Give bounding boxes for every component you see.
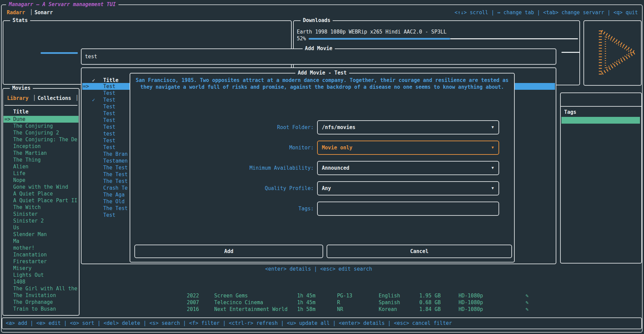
field-label: Root Folder: bbox=[135, 120, 314, 134]
movie-year: 2007 bbox=[187, 299, 199, 306]
field-label: Tags: bbox=[135, 202, 314, 216]
movie-runtime: 1h 45m bbox=[297, 299, 315, 306]
selected-tag-row[interactable] bbox=[561, 117, 640, 124]
edit-icon[interactable]: ✎ bbox=[526, 292, 529, 299]
field-label: Minimum Availability: bbox=[135, 161, 314, 175]
movie-list-item[interactable]: Sinister bbox=[3, 211, 79, 217]
field-select-box[interactable]: /nfs/movies ▼ bbox=[317, 120, 499, 134]
cursor-marker: => bbox=[4, 116, 10, 123]
edit-icon[interactable]: ✎ bbox=[526, 299, 529, 306]
movie-list-item[interactable]: The Orphanage bbox=[3, 299, 79, 306]
result-title: Test bbox=[103, 124, 115, 130]
movie-title: The Thing bbox=[13, 156, 41, 163]
tab-sonarr[interactable]: Sonarr bbox=[35, 9, 53, 16]
movie-list-item[interactable]: The Martian bbox=[3, 150, 79, 156]
movie-size: 0.68 GB bbox=[419, 299, 441, 306]
movie-title: The Conjuring 2 bbox=[13, 129, 59, 136]
form-field[interactable]: Minimum Availability: Announced ▼ bbox=[130, 161, 514, 181]
movie-title: Ma bbox=[13, 238, 19, 245]
movie-list-item[interactable]: A Quiet Place Part II bbox=[3, 197, 79, 204]
movie-list-item[interactable]: Nope bbox=[3, 177, 79, 184]
movie-list-item[interactable]: Us bbox=[3, 224, 79, 231]
movie-list-item[interactable]: Ma bbox=[3, 238, 79, 245]
movie-list-item[interactable]: The Girl with All the bbox=[3, 285, 79, 292]
movie-certification: NR bbox=[337, 306, 343, 313]
form-field[interactable]: Root Folder: /nfs/movies ▼ bbox=[130, 120, 514, 141]
movie-certification: PG-13 bbox=[337, 292, 352, 299]
form-field[interactable]: Quality Profile: Any ▼ bbox=[130, 181, 514, 202]
movie-title: The Conjuring bbox=[13, 123, 53, 129]
tags-panel: Tags bbox=[560, 92, 642, 264]
result-title: Test bbox=[103, 103, 115, 110]
result-title: Test bbox=[103, 144, 115, 151]
movie-table-row[interactable]: 2022 Screen Gems 1h 45m PG-13 English 1.… bbox=[183, 292, 572, 299]
movie-list-item[interactable]: The Witch bbox=[3, 204, 79, 211]
stats-title: Stats bbox=[10, 17, 30, 24]
movie-list-item[interactable]: Misery bbox=[3, 265, 79, 272]
movie-list-item[interactable]: Slender Man bbox=[3, 231, 79, 238]
chevron-down-icon: ▼ bbox=[491, 146, 494, 149]
movie-list-item[interactable]: A Quiet Place bbox=[3, 190, 79, 197]
add-button[interactable]: Add bbox=[134, 245, 323, 258]
movie-list-item[interactable]: The Invitation bbox=[3, 292, 79, 299]
movie-search-input[interactable]: test bbox=[85, 49, 97, 64]
result-title: Test bbox=[103, 97, 115, 103]
field-select-box[interactable]: Movie only ▼ bbox=[317, 141, 499, 155]
movie-list-item[interactable]: mother! bbox=[3, 245, 79, 251]
movie-list-item[interactable]: Lights Out bbox=[3, 272, 79, 278]
cancel-button[interactable]: Cancel bbox=[327, 245, 512, 258]
movie-list-item[interactable]: 1408 bbox=[3, 278, 79, 285]
movie-list-item[interactable]: => Dune bbox=[3, 116, 79, 123]
result-title: Test bbox=[103, 137, 115, 144]
managarr-app: Managarr – A Servarr management TUI Rada… bbox=[0, 0, 644, 334]
movie-studio: Next Entertainment World bbox=[214, 306, 288, 313]
movie-quality: HD-1080p bbox=[459, 292, 483, 299]
movie-list-item[interactable]: Sinister 2 bbox=[3, 217, 79, 224]
movie-size: 1.95 GB bbox=[419, 292, 441, 299]
result-title: The Bran bbox=[103, 151, 128, 158]
movie-title: Incantation bbox=[13, 251, 47, 258]
form-field[interactable]: Tags: bbox=[130, 202, 514, 222]
tab-library[interactable]: Library bbox=[7, 95, 28, 102]
results-title-header: Title bbox=[103, 77, 118, 84]
movie-list-item[interactable]: The Conjuring 2 bbox=[3, 129, 79, 136]
movie-list-item[interactable]: The Conjuring bbox=[3, 123, 79, 129]
field-select-box[interactable]: Any ▼ bbox=[317, 181, 499, 195]
movie-list-item[interactable]: Alien bbox=[3, 163, 79, 170]
field-label: Quality Profile: bbox=[135, 181, 314, 195]
form-field[interactable]: Monitor: Movie only ▼ bbox=[130, 141, 514, 161]
cursor-marker: => bbox=[83, 83, 89, 90]
movie-list-item[interactable]: Inception bbox=[3, 143, 79, 150]
monitored-check-icon: ✓ bbox=[92, 97, 95, 103]
movies-panel: Movies Library │ Collections │ Title => … bbox=[2, 88, 80, 316]
download-percent: 52% bbox=[297, 35, 306, 42]
tab-collections[interactable]: Collections bbox=[38, 95, 71, 102]
movie-list-item[interactable]: The Thing bbox=[3, 156, 79, 163]
download-item[interactable]: Earth 1998 1080p WEBRip x265 Hindi AAC2.… bbox=[297, 28, 447, 35]
movie-list-item[interactable]: Incantation bbox=[3, 251, 79, 258]
field-select-box[interactable] bbox=[317, 202, 499, 216]
movie-title: A Quiet Place Part II bbox=[13, 197, 77, 204]
movies-column-header: Title bbox=[13, 108, 28, 115]
movie-list-item[interactable]: Life bbox=[3, 170, 79, 177]
movie-table-row[interactable]: 2007 Telecinco Cinema 1h 45m R Spanish 0… bbox=[183, 299, 572, 306]
field-select-box[interactable]: Announced ▼ bbox=[317, 161, 499, 175]
movie-size: 1.84 GB bbox=[419, 306, 441, 313]
movie-list-item[interactable]: Gone with the Wind bbox=[3, 184, 79, 190]
movie-title: The Girl with All the bbox=[13, 285, 77, 292]
tab-radarr[interactable]: Radarr bbox=[7, 9, 25, 16]
movie-table-row[interactable]: 2016 Next Entertainment World 1h 58m NR … bbox=[183, 306, 572, 313]
managarr-logo-panel bbox=[583, 20, 642, 86]
movie-list-item[interactable]: Firestarter bbox=[3, 258, 79, 265]
movie-title: The Conjuring: The De bbox=[13, 136, 77, 143]
movie-list-item[interactable]: The Conjuring: The De bbox=[3, 136, 79, 143]
movie-year: 2016 bbox=[187, 306, 199, 313]
edit-icon[interactable]: ✎ bbox=[526, 306, 529, 313]
add-movie-title: Add Movie bbox=[303, 45, 335, 52]
movie-title: Firestarter bbox=[13, 258, 47, 265]
movie-list-item[interactable]: Train to Busan bbox=[3, 306, 79, 312]
collections-tab-divider: │ bbox=[75, 95, 79, 101]
result-title: The Test bbox=[103, 205, 128, 212]
movie-certification: R bbox=[337, 299, 340, 306]
movie-title: Nope bbox=[13, 177, 25, 184]
